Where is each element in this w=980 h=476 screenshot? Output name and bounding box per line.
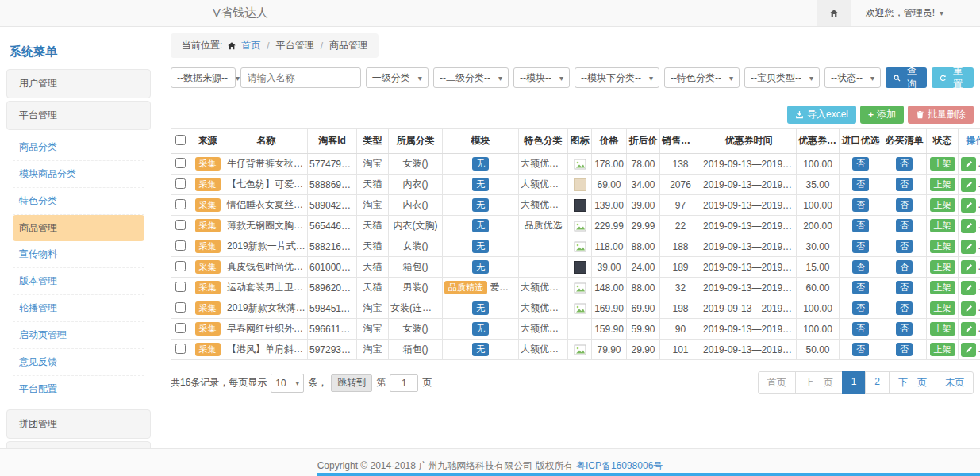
row-checkbox[interactable] — [175, 240, 186, 251]
sidebar-group-1[interactable]: 平台管理 — [6, 101, 151, 130]
edit-button[interactable] — [961, 157, 976, 171]
edit-button[interactable] — [961, 322, 976, 336]
sidebar-group-2[interactable]: 拼团管理 — [6, 409, 151, 439]
filter-select-4[interactable]: --特色分类--▾ — [664, 67, 740, 88]
page-button-2[interactable]: 2 — [865, 371, 890, 394]
badge[interactable]: 上架 — [930, 301, 955, 315]
filter-select-0[interactable]: 一级分类▾ — [366, 67, 429, 88]
badge[interactable]: 否 — [896, 322, 913, 336]
sidebar-link[interactable]: 特色分类 — [13, 188, 144, 215]
edit-button[interactable] — [961, 178, 976, 192]
edit-button[interactable] — [961, 260, 976, 274]
edit-button[interactable] — [961, 343, 976, 357]
icp-link[interactable]: 粤ICP备16098006号 — [576, 460, 663, 471]
price-cell: 159.90 — [592, 319, 627, 340]
name-search-input[interactable] — [240, 67, 361, 88]
page-button-末页[interactable]: 末页 — [936, 371, 974, 394]
badge[interactable]: 上架 — [930, 260, 955, 274]
page-button-上一页[interactable]: 上一页 — [795, 371, 843, 394]
sidebar-link[interactable]: 商品管理 — [13, 215, 144, 241]
filter-select-3[interactable]: --模块下分类--▾ — [575, 67, 659, 88]
sidebar-link[interactable]: 启动页管理 — [13, 322, 144, 349]
sidebar-link[interactable]: 平台配置 — [13, 376, 144, 402]
badge[interactable]: 否 — [852, 260, 869, 274]
badge[interactable]: 否 — [896, 260, 913, 274]
home-button[interactable] — [817, 0, 851, 26]
edit-button[interactable] — [961, 240, 976, 254]
row-checkbox[interactable] — [175, 323, 186, 333]
badge[interactable]: 否 — [896, 281, 913, 294]
feature-cell: 品质优选 — [519, 216, 568, 236]
badge[interactable]: 否 — [852, 198, 869, 212]
badge[interactable]: 上架 — [930, 240, 955, 253]
edit-button[interactable] — [961, 281, 976, 295]
sidebar-link[interactable]: 模块商品分类 — [13, 161, 144, 188]
badge[interactable]: 上架 — [930, 281, 955, 294]
badge[interactable]: 否 — [896, 343, 913, 356]
row-checkbox[interactable] — [175, 220, 186, 230]
filter-select-1[interactable]: --二级分类--▾ — [433, 67, 509, 88]
jump-page-input[interactable] — [390, 374, 418, 392]
operations-cell — [959, 298, 980, 319]
badge[interactable]: 否 — [852, 301, 869, 315]
sidebar-link[interactable]: 意见反馈 — [13, 349, 144, 376]
sidebar-link[interactable]: 宣传物料 — [13, 241, 144, 268]
edit-button[interactable] — [961, 198, 976, 213]
row-checkbox[interactable] — [175, 158, 186, 168]
badge[interactable]: 否 — [896, 198, 913, 212]
badge[interactable]: 否 — [852, 219, 869, 232]
badge[interactable]: 否 — [896, 301, 913, 315]
badge[interactable]: 上架 — [930, 219, 955, 232]
page-button-下一页[interactable]: 下一页 — [889, 371, 936, 394]
badge[interactable]: 否 — [852, 178, 869, 191]
sidebar-link[interactable]: 轮播管理 — [13, 295, 144, 322]
reset-button[interactable]: 重置 — [932, 67, 974, 88]
add-button[interactable]: + 添加 — [860, 106, 904, 124]
badge[interactable]: 否 — [852, 240, 869, 253]
row-checkbox[interactable] — [175, 302, 186, 313]
per-page-select[interactable]: 10 ▾ — [271, 374, 304, 393]
breadcrumb-home-link[interactable]: 首页 — [241, 39, 260, 52]
sidebar-link[interactable]: 版本管理 — [13, 268, 144, 295]
search-button[interactable]: 查询 — [886, 67, 928, 88]
row-checkbox[interactable] — [175, 261, 186, 271]
module-cell: 无 — [443, 154, 519, 175]
badge[interactable]: 上架 — [930, 343, 955, 356]
badge[interactable]: 否 — [896, 219, 913, 232]
badge[interactable]: 否 — [852, 281, 869, 294]
filter-select-data-source[interactable]: --数据来源-- ▾ — [171, 67, 236, 88]
table-toolbar: 导入excel + 添加 批量删除 — [171, 106, 974, 124]
filter-select-6[interactable]: --状态--▾ — [824, 67, 881, 88]
badge[interactable]: 上架 — [930, 178, 955, 191]
badge[interactable]: 否 — [896, 178, 913, 191]
badge[interactable]: 否 — [852, 343, 869, 356]
row-checkbox[interactable] — [175, 178, 186, 189]
page-button-首页[interactable]: 首页 — [758, 371, 796, 394]
type-cell: 淘宝 — [357, 340, 389, 360]
select-all-checkbox[interactable] — [175, 135, 186, 145]
badge[interactable]: 上架 — [930, 157, 955, 171]
row-checkbox[interactable] — [175, 344, 186, 354]
badge[interactable]: 上架 — [930, 322, 955, 336]
sidebar-link[interactable]: 商品分类 — [13, 134, 144, 161]
badge[interactable]: 否 — [896, 157, 913, 171]
badge[interactable]: 否 — [852, 157, 869, 171]
edit-button[interactable] — [961, 301, 976, 316]
edit-button[interactable] — [961, 219, 976, 233]
filter-select-2[interactable]: --模块--▾ — [513, 67, 570, 88]
source-cell: 采集 — [190, 216, 225, 236]
row-checkbox[interactable] — [175, 199, 186, 209]
page-button-1[interactable]: 1 — [842, 371, 867, 394]
badge[interactable]: 否 — [896, 240, 913, 253]
module-cell: 无 — [443, 319, 519, 340]
import-excel-button[interactable]: 导入excel — [787, 106, 856, 124]
badge[interactable]: 否 — [852, 322, 869, 336]
user-menu[interactable]: 欢迎您，管理员! ▾ — [851, 6, 980, 20]
filter-select-5[interactable]: --宝贝类型--▾ — [744, 67, 820, 88]
batch-delete-button[interactable]: 批量删除 — [908, 106, 974, 124]
records-summary: 共16条记录，每页显示 — [171, 376, 267, 390]
sidebar-group-0[interactable]: 用户管理 — [6, 69, 151, 98]
badge[interactable]: 上架 — [930, 198, 955, 212]
row-checkbox[interactable] — [175, 282, 186, 292]
jump-button[interactable]: 跳转到 — [331, 374, 372, 392]
